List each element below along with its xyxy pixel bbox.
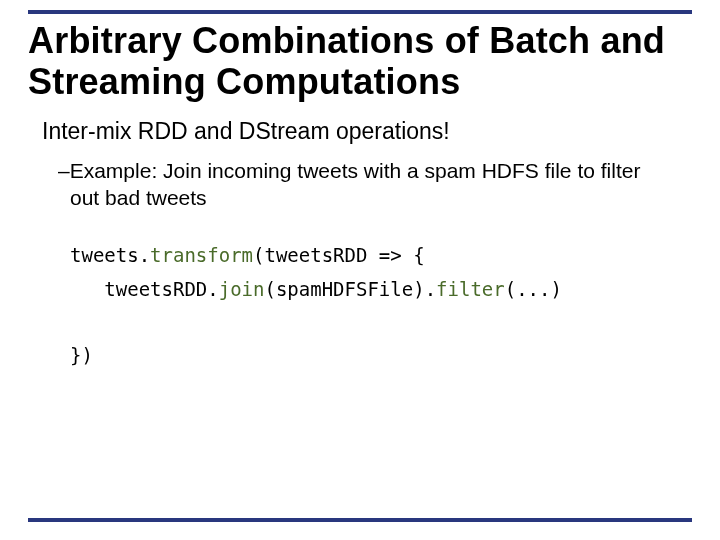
bottom-rule: [28, 518, 692, 522]
code-block: tweets.transform(tweetsRDD => { tweetsRD…: [42, 239, 692, 372]
code-kw-filter: filter: [436, 278, 505, 300]
slide-body: Inter-mix RDD and DStream operations! –E…: [28, 117, 692, 372]
code-kw-join: join: [219, 278, 265, 300]
example-body: Example: Join incoming tweets with a spa…: [70, 159, 641, 209]
slide-title: Arbitrary Combinations of Batch and Stre…: [28, 20, 692, 103]
example-text: –Example: Join incoming tweets with a sp…: [42, 157, 662, 212]
top-rule: [28, 10, 692, 14]
code-kw-transform: transform: [150, 244, 253, 266]
code-l2a: tweetsRDD.: [70, 278, 219, 300]
code-l1c: (tweetsRDD => {: [253, 244, 425, 266]
lead-text: Inter-mix RDD and DStream operations!: [42, 117, 692, 147]
code-l3: }): [70, 344, 93, 366]
code-l2c: (spamHDFSFile).: [264, 278, 436, 300]
code-l2e: (...): [505, 278, 562, 300]
code-l1a: tweets.: [70, 244, 150, 266]
slide: Arbitrary Combinations of Batch and Stre…: [0, 10, 720, 540]
dash: –: [58, 159, 70, 182]
